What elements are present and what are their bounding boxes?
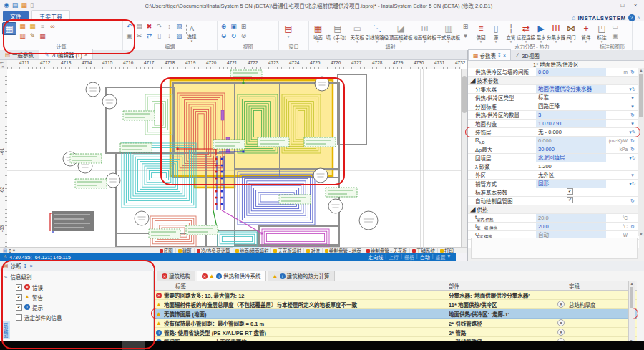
ribbon-small-icon[interactable]: ▨ <box>175 31 184 41</box>
property-value[interactable]: 水泥回填层 <box>536 154 606 162</box>
diagnostic-row[interactable]: i管路: 使用省缺类型 (PE-X/AL/PE-RT 盘管)2* 管路▾ <box>154 328 637 337</box>
ribbon-small-icon[interactable]: ⊞ <box>239 22 248 31</box>
diagnostics-scrollbar[interactable]: ▲▼ <box>628 281 635 344</box>
property-icons[interactable]: ↻ <box>628 112 638 118</box>
property-icons[interactable]: ▾✎ <box>628 130 638 135</box>
property-icons[interactable]: ▾↻ <box>628 87 638 92</box>
side-tab-preview[interactable]: 图预览 <box>3 321 10 339</box>
ribbon-small-icon[interactable]: ▭ <box>610 22 620 31</box>
help-icon[interactable]: ? <box>628 14 635 21</box>
ribbon-small-icon[interactable]: ⊕ <box>219 22 228 31</box>
checkbox[interactable]: ✔ <box>567 197 573 203</box>
mode-toggle-栅格[interactable]: 栅格 <box>404 253 414 261</box>
property-row[interactable]: 装饰层无 - 0.000▾✎ <box>468 128 639 137</box>
property-value[interactable]: 20.0 <box>536 223 606 230</box>
ribbon-button-混水[interactable]: ▶混水▾ <box>534 22 548 43</box>
property-icons[interactable]: ▾ <box>628 104 638 110</box>
property-row[interactable]: 分割标准回路压降▾ <box>468 102 639 111</box>
property-value[interactable]: 20.0 <box>536 214 606 222</box>
property-row[interactable]: λ 砂浆1.200 <box>468 162 639 171</box>
ribbon-small-icon[interactable]: ▣ <box>610 31 620 41</box>
property-value[interactable]: 0.000 <box>536 137 606 145</box>
ribbon-small-icon[interactable]: ↓ <box>165 31 174 41</box>
ribbon-button-墙（手动）[interactable]: ▤墙（手动）▾ <box>326 22 349 43</box>
property-row[interactable]: 供热供冷区与墙的间距0.00m↻ <box>468 68 639 77</box>
save-icon[interactable]: ▤ <box>12 1 19 9</box>
doc-tab-2D编辑器 (1)[interactable]: ✎2D编辑器 (1)× <box>39 49 93 59</box>
ribbon-small-icon[interactable]: ✖ <box>145 22 154 31</box>
property-group[interactable]: ◢ 供热 <box>468 205 639 214</box>
ribbon-small-icon[interactable]: ↻ <box>229 31 238 41</box>
ribbon-small-icon[interactable]: ⇄ <box>145 31 154 41</box>
ribbon-button-源[interactable]: ▯源▾ <box>489 22 503 43</box>
ribbon-small-icon[interactable]: ⊞ <box>461 22 470 31</box>
ribbon-button-tool[interactable]: ▦ <box>1 22 17 35</box>
property-row[interactable]: 分集水器地面供暖供冷分集水器▾↻ <box>468 85 639 94</box>
pin-icon[interactable]: ↧ <box>24 263 28 269</box>
mode-toggle-上行[interactable]: 上行 <box>389 253 399 261</box>
checkbox[interactable] <box>16 314 22 321</box>
ribbon-button-引线管路径[interactable]: ⋱引线管路径▾ <box>366 22 389 43</box>
ribbon-small-icon[interactable]: ↶ <box>125 22 134 31</box>
property-value[interactable]: 回形 <box>536 180 606 188</box>
checkbox[interactable]: ✔ <box>16 294 22 301</box>
tab-3d-view[interactable]: ∠ 3D视图 <box>511 50 544 60</box>
ribbon-button-地面辐射板[interactable]: ⊞地面辐射板▾ <box>413 22 436 43</box>
ribbon-small-icon[interactable]: ≡ <box>38 22 47 31</box>
property-row[interactable]: t第一级,供热20.0°C↻ <box>468 223 639 231</box>
ribbon-button-天花板[interactable]: ▭天花板▾ <box>350 22 365 43</box>
property-row[interactable]: 外区无外区▾ <box>468 171 639 180</box>
ribbon-button-阀门[interactable]: ⋈阀门▾ <box>564 22 578 43</box>
tab-parameter-table[interactable]: ▦ 参数表 ↧ × <box>468 49 511 60</box>
diagnostics-tab-建筑结构[interactable]: ✕建筑结构 <box>157 271 195 281</box>
ribbon-button-分集水器[interactable]: Ш分集水器▾ <box>549 22 563 43</box>
checkbox[interactable]: ✔ <box>16 304 22 311</box>
diagnostic-row[interactable]: ▲地面辐射件板的构造层总厚度（不包括覆盖层）与本楼层所定义的地板厚度不一致11*… <box>154 300 637 309</box>
property-value[interactable]: 30.000 <box>536 145 606 153</box>
collapse-icon[interactable]: « <box>4 273 7 280</box>
ribbon-button-管件[interactable]: +管件▾ <box>579 22 593 43</box>
ribbon-small-icon[interactable]: ▥ <box>18 31 27 41</box>
tab-file[interactable]: 文件 <box>3 11 29 21</box>
property-icons[interactable]: ▾↻ <box>628 155 638 161</box>
pin-icon[interactable]: ↧ <box>497 52 502 58</box>
ribbon-button-tool[interactable]: ▤▾ <box>280 22 296 38</box>
property-row[interactable]: 供热/供冷区类型标准▾ <box>468 94 639 102</box>
ribbon-small-icon[interactable]: ▣ <box>125 31 134 41</box>
property-row[interactable]: 回填层水泥回填层▾↻ <box>468 154 639 162</box>
property-value[interactable]: 1.070 / 91 <box>536 120 606 127</box>
chevron-down-icon[interactable]: ▾ <box>557 329 565 336</box>
drawing-canvas[interactable]: ⇤⇥ 4711471247134714471547164717471847194… <box>0 60 467 247</box>
ribbon-small-icon[interactable]: ▦ <box>28 22 37 31</box>
property-row[interactable]: 铺管方式回形▾↻ <box>468 180 639 188</box>
property-row[interactable]: 自动绘制盘管图✔↻ <box>468 197 639 205</box>
chevron-down-icon[interactable]: ▾ <box>557 319 565 326</box>
checkbox[interactable]: ✔ <box>567 188 573 195</box>
ribbon-button-地面[interactable]: ▦地面▾ <box>311 22 326 43</box>
close-icon[interactable]: × <box>29 263 32 268</box>
ribbon-button-供回[interactable]: ≡供回▾ <box>474 22 488 43</box>
minimize-button[interactable]: – <box>604 1 615 9</box>
maximize-button[interactable]: □ <box>617 1 628 9</box>
property-icons[interactable]: ↻ <box>628 198 638 204</box>
mode-toggle-重置[interactable]: 重置 <box>435 253 445 261</box>
ribbon-small-icon[interactable]: ⊘ <box>239 31 248 41</box>
close-icon[interactable]: × <box>503 53 506 58</box>
ribbon-button-选择[interactable]: A选择▾ <box>185 22 199 42</box>
ribbon-small-icon[interactable]: ↕ <box>165 22 174 31</box>
close-icon[interactable]: × <box>84 52 88 58</box>
collapse-ribbon-icon[interactable]: ^ <box>638 16 640 21</box>
ribbon-small-icon[interactable]: ▤ <box>135 22 144 31</box>
level-filter-警告[interactable]: ✔▲警告 <box>0 292 153 302</box>
level-filter-选定部件的信息[interactable]: 选定部件的信息 <box>0 312 153 322</box>
chevron-down-icon[interactable]: ▾ <box>447 253 450 261</box>
property-row[interactable]: Δp最大30.000kPa↻ <box>468 145 639 154</box>
chevron-down-icon[interactable]: ▾ <box>557 301 565 308</box>
diagnostic-row[interactable]: ▲无装饰面层 (地面)地面供热/供冷区: '走廊-1' <box>154 309 637 319</box>
ribbon-small-icon[interactable]: ▾ <box>461 31 470 41</box>
level-filter-提示[interactable]: ✔i提示 <box>0 302 153 312</box>
property-value[interactable]: 0.00 <box>536 68 606 76</box>
ribbon-small-icon[interactable]: ✎ <box>28 31 37 41</box>
checkbox[interactable]: ✔ <box>16 284 22 291</box>
property-row[interactable]: 标准基本参数✔ <box>468 188 639 197</box>
